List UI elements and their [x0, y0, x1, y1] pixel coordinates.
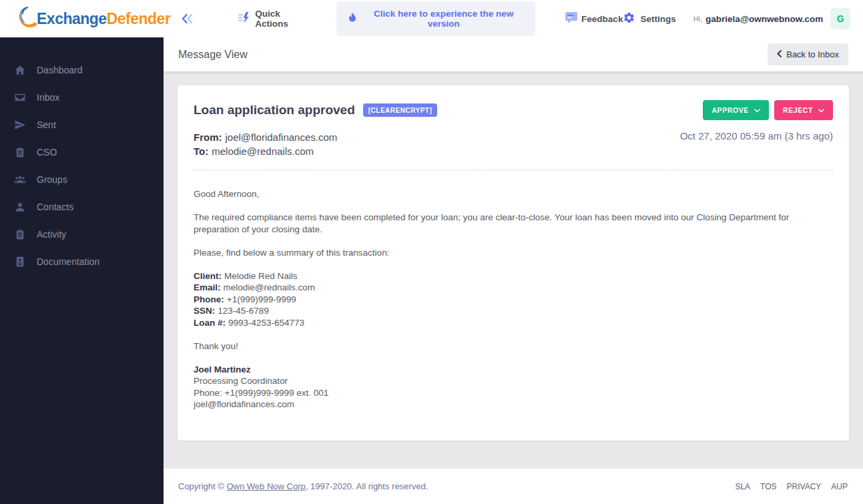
sidebar-item-label: Activity — [37, 229, 66, 240]
sidebar-item-groups[interactable]: Groups — [0, 166, 164, 193]
detail-line: Phone:+1(999)999-9999 — [194, 294, 833, 306]
sidebar-item-label: Contacts — [37, 202, 73, 212]
detail-line: SSN:123-45-6789 — [194, 305, 833, 317]
signature-name: Joel Martinez — [194, 364, 833, 376]
clipboard-icon — [14, 228, 26, 240]
signature-line: Processing Coordinator — [194, 375, 833, 387]
sidebar-item-inbox[interactable]: Inbox — [0, 83, 164, 111]
send-icon — [14, 119, 26, 131]
subject-row: Loan application approved [CLEARENCRYPT]… — [194, 100, 833, 120]
footer-link-tos[interactable]: TOS — [760, 482, 776, 491]
top-bar: ExchangeDefender Quick Actions Click her… — [0, 0, 863, 37]
message-card: Loan application approved [CLEARENCRYPT]… — [178, 85, 849, 441]
feedback-label: Feedback — [581, 14, 623, 24]
main-area: Message View Back to Inbox Loan applicat… — [164, 37, 863, 504]
exchangedefender-logo[interactable]: ExchangeDefender — [17, 5, 170, 32]
signature-line: Phone: +1(999)999-9999 ext. 001 — [194, 387, 833, 399]
gear-icon — [623, 11, 635, 27]
sidebar-item-dashboard[interactable]: Dashboard — [0, 56, 164, 83]
signature-line: joel@floridafinances.com — [194, 399, 833, 411]
quick-actions-bolt-icon — [238, 11, 250, 27]
body-closing: Thank you! — [194, 340, 833, 352]
id-badge-icon — [14, 256, 26, 268]
page-header-bar: Message View Back to Inbox — [164, 37, 863, 71]
detail-line: Loan #:9993-4253-654773 — [194, 317, 833, 329]
message-date: Oct 27, 2020 05:59 am (3 hrs ago) — [680, 130, 833, 158]
user-email[interactable]: gabriela@ownwebnow.com — [705, 14, 823, 24]
logo-swoosh-icon — [17, 5, 39, 32]
footer-links: SLA TOS PRIVACY AUP — [735, 482, 848, 491]
sidebar-item-label: Dashboard — [37, 65, 83, 75]
body-paragraph: The required compliance items have been … — [194, 212, 833, 235]
settings-button[interactable]: Settings — [623, 11, 675, 27]
inbox-icon — [14, 91, 26, 103]
quick-actions-button[interactable]: Quick Actions — [238, 9, 310, 29]
avatar[interactable]: G — [830, 8, 850, 29]
back-to-inbox-button[interactable]: Back to Inbox — [768, 43, 848, 65]
message-body: Good Afternoon, The required compliance … — [194, 188, 833, 411]
company-link[interactable]: Own Web Now Corp — [226, 481, 305, 491]
chat-bubble-icon — [565, 11, 578, 27]
sidebar-item-activity[interactable]: Activity — [0, 220, 164, 248]
message-subject: Loan application approved — [194, 103, 355, 117]
detail-line: Email:melodie@rednails.com — [194, 282, 833, 294]
from-label: From: — [194, 132, 222, 143]
from-line: From:joel@floridafinances.com — [194, 130, 337, 144]
approve-label: APPROVE — [711, 106, 749, 114]
settings-label: Settings — [640, 14, 675, 24]
sidebar-item-cso[interactable]: CSO — [0, 138, 164, 166]
sidebar-item-documentation[interactable]: Documentation — [0, 248, 164, 275]
footer-link-aup[interactable]: AUP — [831, 482, 848, 491]
reject-label: REJECT — [783, 106, 813, 114]
from-value: joel@floridafinances.com — [226, 132, 338, 143]
footer-link-sla[interactable]: SLA — [735, 482, 750, 491]
flame-icon — [348, 12, 357, 25]
reject-button[interactable]: REJECT — [774, 100, 833, 120]
copyright-text: Copyright © Own Web Now Corp, 1997-2020.… — [178, 481, 428, 491]
body-paragraph: Please, find below a summary of this tra… — [194, 247, 833, 259]
footer: Copyright © Own Web Now Corp, 1997-2020.… — [164, 469, 863, 504]
action-buttons: APPROVE REJECT — [703, 100, 833, 120]
chevron-down-icon — [818, 106, 824, 114]
sidebar-item-label: CSO — [37, 147, 57, 158]
sidebar-item-label: Sent — [37, 119, 56, 130]
new-version-label: Click here to experience the new version — [363, 9, 524, 29]
page-title: Message View — [178, 49, 248, 61]
footer-link-privacy[interactable]: PRIVACY — [787, 482, 822, 491]
clipboard-icon — [14, 146, 26, 158]
home-icon — [14, 64, 26, 76]
body-greeting: Good Afternoon, — [194, 188, 833, 200]
detail-line: Client:Melodie Red Nails — [194, 270, 833, 282]
to-line: To:melodie@rednails.com — [194, 144, 337, 158]
to-label: To: — [194, 146, 208, 157]
address-block: From:joel@floridafinances.com To:melodie… — [194, 130, 337, 158]
quick-actions-label: Quick Actions — [255, 9, 310, 29]
chevron-down-icon — [754, 106, 760, 114]
sidebar-item-sent[interactable]: Sent — [0, 111, 164, 138]
signature-block: Joel Martinez Processing Coordinator Pho… — [194, 364, 833, 411]
new-version-button[interactable]: Click here to experience the new version — [336, 1, 535, 36]
sidebar-item-label: Documentation — [37, 256, 99, 267]
approve-button[interactable]: APPROVE — [703, 100, 769, 120]
chevron-left-icon — [777, 49, 782, 59]
sidebar-item-label: Groups — [37, 174, 67, 185]
message-meta: From:joel@floridafinances.com To:melodie… — [194, 130, 833, 158]
clearencrypt-badge: [CLEARENCRYPT] — [363, 103, 438, 117]
sidebar-collapse-icon[interactable] — [181, 13, 194, 24]
sidebar-item-contacts[interactable]: Contacts — [0, 193, 164, 220]
feedback-button[interactable]: Feedback — [565, 11, 623, 27]
transaction-details: Client:Melodie Red Nails Email:melodie@r… — [194, 270, 833, 329]
dotted-separator — [194, 170, 833, 171]
logo-text: ExchangeDefender — [37, 10, 170, 28]
person-icon — [14, 201, 26, 213]
content-area: Loan application approved [CLEARENCRYPT]… — [164, 71, 863, 469]
sidebar-item-label: Inbox — [37, 92, 59, 103]
sidebar: Dashboard Inbox Sent CSO Groups Contacts — [0, 37, 164, 504]
back-to-inbox-label: Back to Inbox — [786, 49, 839, 59]
users-icon — [14, 174, 26, 186]
greeting-text: Hi, — [693, 15, 702, 23]
to-value: melodie@rednails.com — [212, 146, 314, 157]
